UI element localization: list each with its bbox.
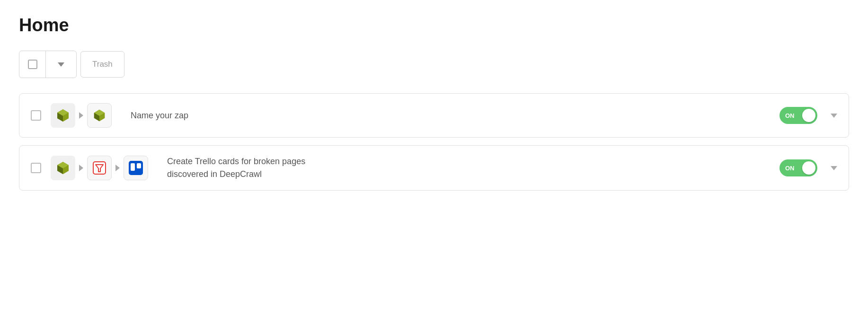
svg-rect-12 [93,162,106,174]
zap-2-name: Create Trello cards for broken pagesdisc… [158,155,770,181]
zap-row: Name your zap ON [19,93,849,138]
zap-2-toggle[interactable]: ON [779,159,817,176]
deepcrawl-cube-icon [56,108,70,123]
zap-1-toggle-container: ON [779,107,817,124]
svg-rect-16 [137,163,141,168]
select-all-checkbox[interactable] [28,60,37,69]
arrow-right-icon [79,112,83,119]
zap-2-trigger-icon [51,156,75,180]
select-all-group [19,51,77,78]
zap-1-icons [51,103,112,128]
zap-row: Create Trello cards for broken pagesdisc… [19,145,849,191]
zap-1-checkbox[interactable] [31,110,41,121]
zap-2-toggle-label: ON [785,165,795,172]
zap-2-action-icon [124,156,148,180]
svg-rect-15 [131,163,135,171]
zap-1-trigger-icon [51,103,75,128]
page-title: Home [19,15,849,35]
zap-1-expand-icon[interactable] [831,114,837,118]
filter-svg-icon [93,161,106,175]
zap-2-filter-icon [87,156,112,180]
zap-1-toggle-label: ON [785,112,795,119]
trash-button[interactable]: Trash [80,51,124,78]
zap-1-action-icon [87,103,112,128]
trello-svg-icon [129,161,143,175]
deepcrawl-cube-icon-2 [93,109,106,122]
zap-2-checkbox[interactable] [31,163,41,173]
zap-list: Name your zap ON [19,93,849,191]
zap-1-toggle-knob [802,109,815,122]
zap-1-name: Name your zap [121,111,770,121]
select-dropdown-button[interactable] [46,51,76,78]
zap-2-expand-icon[interactable] [831,166,837,170]
select-all-checkbox-cell[interactable] [19,51,46,78]
zap-2-icons [51,156,148,180]
zap-2-toggle-knob [802,161,815,175]
arrow-right-icon-2 [79,165,83,171]
zap-2-toggle-container: ON [779,159,817,176]
deepcrawl-cube-icon-3 [56,161,70,175]
zap-1-toggle[interactable]: ON [779,107,817,124]
toolbar: Trash [19,51,849,78]
chevron-down-icon [58,62,64,67]
arrow-right-icon-3 [115,165,120,171]
